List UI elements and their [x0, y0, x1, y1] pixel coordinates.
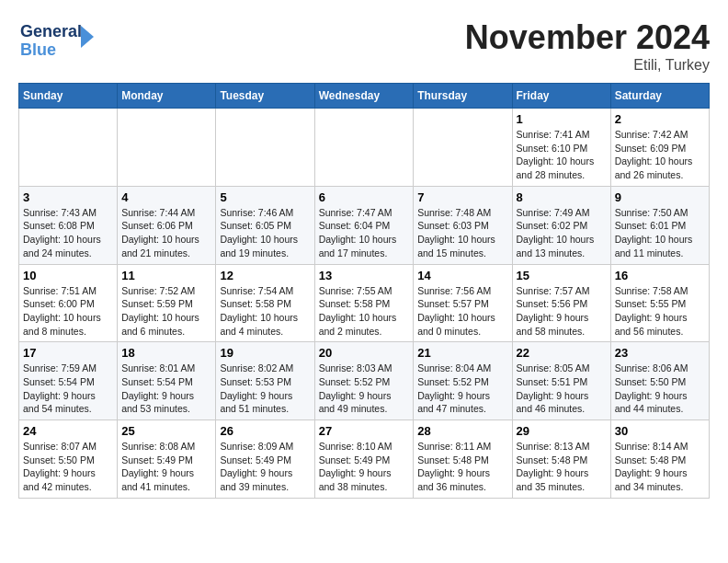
day-info: Sunrise: 7:50 AMSunset: 6:01 PMDaylight:… [615, 206, 705, 260]
day-info: Sunrise: 7:55 AMSunset: 5:58 PMDaylight:… [319, 284, 410, 339]
calendar-cell [216, 109, 314, 187]
calendar-cell: 27Sunrise: 8:10 AMSunset: 5:49 PMDayligh… [314, 420, 414, 499]
calendar-cell: 7Sunrise: 7:48 AMSunset: 6:03 PMDaylight… [414, 186, 512, 264]
calendar-cell: 28Sunrise: 8:11 AMSunset: 5:48 PMDayligh… [414, 420, 512, 499]
calendar-cell: 10Sunrise: 7:51 AMSunset: 6:00 PMDayligh… [19, 264, 118, 342]
day-number: 14 [417, 269, 507, 282]
day-info: Sunrise: 7:54 AMSunset: 5:58 PMDaylight:… [220, 284, 310, 339]
day-info: Sunrise: 8:08 AMSunset: 5:49 PMDaylight:… [121, 440, 211, 494]
logo-svg: GeneralBlue [18, 18, 101, 60]
day-info: Sunrise: 7:59 AMSunset: 5:54 PMDaylight:… [23, 362, 113, 416]
day-info: Sunrise: 8:09 AMSunset: 5:49 PMDaylight:… [220, 440, 310, 494]
day-number: 15 [517, 269, 607, 282]
day-info: Sunrise: 8:01 AMSunset: 5:54 PMDaylight:… [121, 362, 211, 416]
svg-marker-2 [81, 26, 94, 48]
header-day-sunday: Sunday [19, 84, 118, 109]
day-number: 22 [517, 346, 607, 360]
day-info: Sunrise: 7:48 AMSunset: 6:03 PMDaylight:… [417, 206, 507, 260]
day-info: Sunrise: 8:04 AMSunset: 5:52 PMDaylight:… [417, 362, 507, 416]
calendar-cell: 12Sunrise: 7:54 AMSunset: 5:58 PMDayligh… [216, 264, 314, 342]
header-day-monday: Monday [118, 84, 216, 109]
location-subtitle: Etili, Turkey [465, 57, 710, 74]
header-day-friday: Friday [512, 84, 610, 109]
day-info: Sunrise: 8:05 AMSunset: 5:51 PMDaylight:… [517, 362, 607, 416]
day-number: 28 [417, 424, 507, 438]
calendar-cell: 8Sunrise: 7:49 AMSunset: 6:02 PMDaylight… [512, 186, 610, 264]
day-info: Sunrise: 7:47 AMSunset: 6:04 PMDaylight:… [319, 206, 410, 260]
calendar-cell: 14Sunrise: 7:56 AMSunset: 5:57 PMDayligh… [414, 264, 512, 342]
calendar-cell: 20Sunrise: 8:03 AMSunset: 5:52 PMDayligh… [314, 342, 414, 420]
day-info: Sunrise: 8:10 AMSunset: 5:49 PMDaylight:… [319, 440, 410, 494]
day-number: 23 [615, 346, 705, 360]
day-number: 25 [121, 424, 211, 438]
month-title: November 2024 [465, 18, 710, 57]
day-number: 4 [121, 190, 211, 204]
header-day-saturday: Saturday [610, 84, 709, 109]
day-info: Sunrise: 7:57 AMSunset: 5:56 PMDaylight:… [517, 284, 607, 339]
day-number: 19 [220, 346, 310, 360]
day-number: 9 [615, 190, 705, 204]
calendar-cell: 18Sunrise: 8:01 AMSunset: 5:54 PMDayligh… [118, 342, 216, 420]
calendar-week-5: 24Sunrise: 8:07 AMSunset: 5:50 PMDayligh… [19, 420, 710, 499]
day-number: 24 [23, 424, 113, 438]
calendar-cell: 17Sunrise: 7:59 AMSunset: 5:54 PMDayligh… [19, 342, 118, 420]
day-number: 17 [23, 346, 113, 360]
logo: GeneralBlue [18, 18, 101, 60]
day-number: 18 [121, 346, 211, 360]
calendar-cell: 2Sunrise: 7:42 AMSunset: 6:09 PMDaylight… [610, 109, 709, 187]
day-number: 26 [220, 424, 310, 438]
day-number: 11 [121, 269, 211, 282]
calendar-header-row: SundayMondayTuesdayWednesdayThursdayFrid… [19, 84, 710, 109]
day-info: Sunrise: 8:06 AMSunset: 5:50 PMDaylight:… [615, 362, 705, 416]
calendar-week-4: 17Sunrise: 7:59 AMSunset: 5:54 PMDayligh… [19, 342, 710, 420]
day-number: 3 [23, 190, 113, 204]
day-info: Sunrise: 7:44 AMSunset: 6:06 PMDaylight:… [121, 206, 211, 260]
day-info: Sunrise: 8:07 AMSunset: 5:50 PMDaylight:… [23, 440, 113, 494]
header-day-tuesday: Tuesday [216, 84, 314, 109]
calendar-cell: 23Sunrise: 8:06 AMSunset: 5:50 PMDayligh… [610, 342, 709, 420]
calendar-cell [314, 109, 414, 187]
calendar-week-3: 10Sunrise: 7:51 AMSunset: 6:00 PMDayligh… [19, 264, 710, 342]
page-header: GeneralBlue November 2024 Etili, Turkey [18, 18, 710, 74]
calendar-cell: 22Sunrise: 8:05 AMSunset: 5:51 PMDayligh… [512, 342, 610, 420]
svg-text:Blue: Blue [20, 40, 56, 59]
day-number: 13 [319, 269, 410, 282]
calendar-cell [118, 109, 216, 187]
day-number: 21 [417, 346, 507, 360]
calendar-cell: 5Sunrise: 7:46 AMSunset: 6:05 PMDaylight… [216, 186, 314, 264]
calendar-cell [19, 109, 118, 187]
day-info: Sunrise: 7:49 AMSunset: 6:02 PMDaylight:… [517, 206, 607, 260]
day-number: 7 [417, 190, 507, 204]
calendar-cell: 21Sunrise: 8:04 AMSunset: 5:52 PMDayligh… [414, 342, 512, 420]
day-info: Sunrise: 8:13 AMSunset: 5:48 PMDaylight:… [517, 440, 607, 494]
calendar-cell: 3Sunrise: 7:43 AMSunset: 6:08 PMDaylight… [19, 186, 118, 264]
day-number: 16 [615, 269, 705, 282]
day-number: 12 [220, 269, 310, 282]
calendar-cell: 16Sunrise: 7:58 AMSunset: 5:55 PMDayligh… [610, 264, 709, 342]
day-number: 10 [23, 269, 113, 282]
calendar-cell: 9Sunrise: 7:50 AMSunset: 6:01 PMDaylight… [610, 186, 709, 264]
day-number: 30 [615, 424, 705, 438]
day-info: Sunrise: 8:03 AMSunset: 5:52 PMDaylight:… [319, 362, 410, 416]
calendar-cell: 26Sunrise: 8:09 AMSunset: 5:49 PMDayligh… [216, 420, 314, 499]
calendar-cell: 19Sunrise: 8:02 AMSunset: 5:53 PMDayligh… [216, 342, 314, 420]
title-area: November 2024 Etili, Turkey [465, 18, 710, 74]
day-info: Sunrise: 7:46 AMSunset: 6:05 PMDaylight:… [220, 206, 310, 260]
svg-text:General: General [20, 22, 82, 40]
day-number: 5 [220, 190, 310, 204]
day-info: Sunrise: 7:43 AMSunset: 6:08 PMDaylight:… [23, 206, 113, 260]
day-info: Sunrise: 8:11 AMSunset: 5:48 PMDaylight:… [417, 440, 507, 494]
day-number: 27 [319, 424, 410, 438]
calendar-cell: 25Sunrise: 8:08 AMSunset: 5:49 PMDayligh… [118, 420, 216, 499]
calendar-cell: 13Sunrise: 7:55 AMSunset: 5:58 PMDayligh… [314, 264, 414, 342]
day-info: Sunrise: 7:51 AMSunset: 6:00 PMDaylight:… [23, 284, 113, 339]
header-day-thursday: Thursday [414, 84, 512, 109]
header-day-wednesday: Wednesday [314, 84, 414, 109]
calendar-table: SundayMondayTuesdayWednesdayThursdayFrid… [18, 83, 710, 499]
day-info: Sunrise: 7:41 AMSunset: 6:10 PMDaylight:… [517, 128, 607, 182]
calendar-cell: 29Sunrise: 8:13 AMSunset: 5:48 PMDayligh… [512, 420, 610, 499]
day-number: 6 [319, 190, 410, 204]
day-number: 20 [319, 346, 410, 360]
day-info: Sunrise: 8:14 AMSunset: 5:48 PMDaylight:… [615, 440, 705, 494]
calendar-week-1: 1Sunrise: 7:41 AMSunset: 6:10 PMDaylight… [19, 109, 710, 187]
